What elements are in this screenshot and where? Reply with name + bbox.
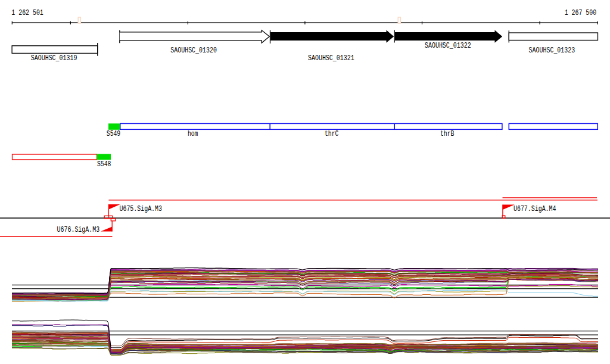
svg-text:U675.SigA.M3: U675.SigA.M3 xyxy=(120,204,163,213)
svg-text:S549: S549 xyxy=(107,129,120,138)
svg-text:SAOUHSC_01321: SAOUHSC_01321 xyxy=(308,54,354,63)
svg-text:U676.SigA.M3: U676.SigA.M3 xyxy=(57,225,100,234)
svg-text:SAOUHSC_01319: SAOUHSC_01319 xyxy=(31,54,77,63)
svg-text:S548: S548 xyxy=(97,160,111,169)
svg-text:thrB: thrB xyxy=(440,129,455,138)
svg-text:U677.SigA.M4: U677.SigA.M4 xyxy=(513,204,556,213)
svg-text:hom: hom xyxy=(188,129,198,138)
svg-text:SAOUHSC_01323: SAOUHSC_01323 xyxy=(529,46,575,55)
svg-text:SAOUHSC_01322: SAOUHSC_01322 xyxy=(425,41,471,50)
svg-text:1 262 501: 1 262 501 xyxy=(11,8,43,17)
svg-text:SAOUHSC_01320: SAOUHSC_01320 xyxy=(170,46,217,55)
svg-text:thrC: thrC xyxy=(325,129,339,138)
svg-text:1 267 500: 1 267 500 xyxy=(565,8,597,17)
